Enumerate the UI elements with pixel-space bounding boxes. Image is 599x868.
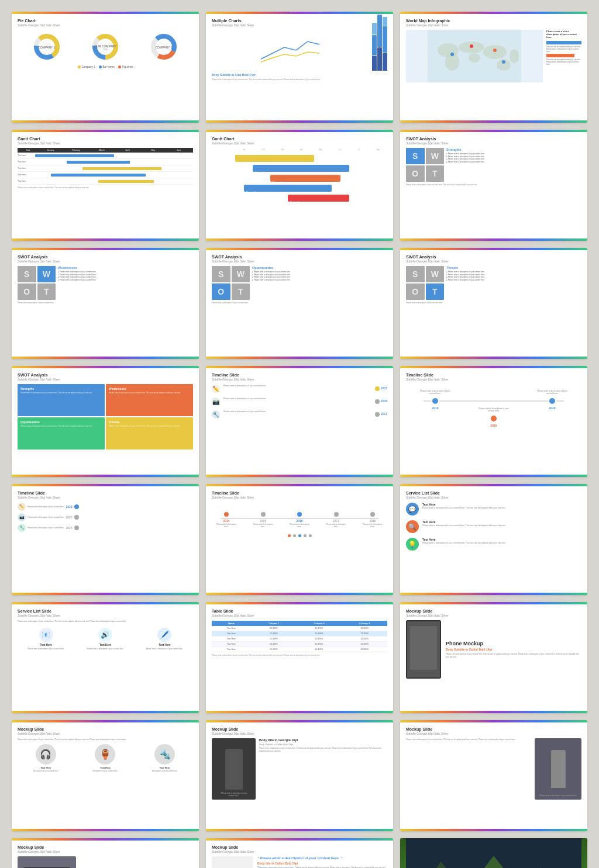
swot5-o-text: Please enter a description of your conte… [20,425,102,428]
slide-footer [206,120,393,123]
slide-subtitle: Subtitle Georgia 16pt Italic Silver [406,378,581,381]
table-cell-3-1: 12.456% [251,637,297,642]
slide-timeline-v1: Timeline Slide Subtitle Georgia 16pt Ita… [206,366,393,477]
slide-subtitle: Subtitle Georgia 16pt Italic Silver [212,496,387,499]
donut-2: OUR COMPANY 73% [90,32,121,62]
legend-dot-2 [99,65,102,68]
swot2-text: Weaknesses ● Please enter a description … [58,266,193,300]
g2-header: Jan [235,148,253,151]
tl-h-node-2: 2015 Please write a description here. [252,511,275,528]
swot-t-cell: T [426,165,445,182]
slide-subtitle: Subtitle Georgia 16pt Italic Silver [406,614,581,617]
table-row-4: Text Here 12.456% 12.456% 12.456% [212,642,387,647]
service-col-3: 🖊️ Text Here Please enter a description … [136,628,193,650]
slide-mockup-3items: Mockup Slide Subtitle Georgia 16pt Itali… [12,720,199,831]
gantt-row-4: Text here [18,172,193,178]
mockup-pr-area: Please enter a description of your conte… [406,738,581,800]
gantt-bar-2 [67,161,130,164]
table-cell-2-2: 12.456% [297,631,342,637]
tl-h-node-dot-5 [369,511,376,518]
svg-text:COMPANY 3: COMPANY 3 [156,46,173,49]
slide-footer [206,829,393,831]
slide-content: SWOT Analysis Subtitle Georgia 16pt Ital… [400,250,587,357]
service-col-2: 🔊 Text Here Please enter a description o… [77,628,133,650]
tl-h-items: 2014 Please write a description here. 20… [215,511,384,528]
slide-subtitle: Subtitle Georgia 16pt Italic Silver [212,260,387,263]
slide-service-icons: Service List Slide Subtitle Georgia 16pt… [12,602,199,713]
table-cell-1-1: 12.456% [251,626,297,631]
gantt-h-jun: June [167,149,191,151]
service-col-icon-3: 🖊️ [157,628,171,642]
slide-content: Mockup Slide Subtitle Georgia 16pt Itali… [12,722,199,829]
table-row-2: Text Here 12.456% 12.456% 12.456% [212,631,387,637]
swot3-desc: Please write a description of your conte… [212,302,387,305]
break-bg: Break Time Please enter a description of… [400,838,587,868]
service-col-desc-2: Please enter a description of your conte… [77,648,133,650]
phone-text-area: Phone Mockup Body Subtitle in Calibri Bo… [446,641,581,658]
slide-footer [400,829,587,831]
table-cell-2-0: Text Here [212,631,251,637]
service-col-name-2: Text Here [77,644,133,646]
timeline-item-3: 🔧 Please write a description of your con… [212,410,387,419]
table-desc: Please write a description of your conte… [212,654,387,657]
timeline-text-2: Please write a description of your conte… [223,397,371,400]
g2-header: Jul [350,148,369,151]
tl-h-area: 2014 Please write a description here. 20… [212,511,387,528]
tl-nav-dot-2 [293,534,296,537]
g2-label-2: Project 2 [253,170,267,175]
tl-desc-2: Please write a description of your conte… [223,397,371,400]
gantt-row-3: Text here [18,165,193,172]
slide-title: Service List Slide [406,491,581,495]
slide-footer [12,711,199,713]
slide-content: Mockup Slide Subtitle Georgia 16pt Itali… [400,604,587,711]
table-header-0: Name [212,621,251,626]
break-scene-svg: Break Time Please enter a description of… [400,838,587,868]
slide-subtitle: Subtitle Georgia 16pt Italic Silver [406,260,581,263]
phone-mockup-title: Phone Mockup [446,641,581,646]
slide-table: Table Slide Subtitle Georgia 16pt Italic… [206,602,393,713]
swot4-bullets: ● Please enter a description of your con… [446,271,581,281]
slide-timeline-v2: Timeline Slide Subtitle Georgia 16pt Ita… [400,366,587,477]
tl-v3-icon-2: 📷 [18,513,26,521]
tl-v3-container: ✏️ Please write a description of your co… [18,503,193,532]
swot5-w-title: Weaknesses [109,387,190,390]
tl-h-node-3: 2016 Please write a description here. [288,511,311,528]
legend-text-1: This text can be replaced with your own … [546,46,581,53]
slide-title: Mockup Slide [212,727,387,731]
g2-header: Aug [369,148,387,151]
world-map-area: Please enter a short description of your… [406,30,581,82]
slide-timeline-h1: Timeline Slide Subtitle Georgia 16pt Ita… [206,484,393,595]
mockup-laptop-area: Please enter a description of your conte… [18,856,193,868]
service-col-icon-2: 🔊 [98,628,112,642]
slide-content: SWOT Analysis Subtitle Georgia 16pt Ital… [12,368,199,475]
gantt-h-may: May [141,149,166,151]
swot3-bullets: ● Please enter a description of your con… [252,271,387,281]
swot-o-cell: O [406,165,425,182]
gantt-label-5: Text here [18,180,35,182]
slide-mockup-product-right: Mockup Slide Subtitle Georgia 16pt Itali… [400,720,587,831]
tl-year-container-2: 2016 [375,397,387,404]
table-cell-4-1: 12.456% [251,642,297,647]
slide-content: Mockup Slide Subtitle Georgia 16pt Itali… [400,722,587,829]
tl-h-mainline [221,518,378,519]
swot3-o: O [212,283,230,300]
slide-content: Timeline Slide Subtitle Georgia 16pt Ita… [206,368,393,475]
tl-h-dot-3 [548,397,556,405]
service-intro: Please write a description of your conte… [18,620,193,623]
mockup3-subdesc-3: Description of your content here. [152,770,177,772]
gantt-bar-area-5 [35,179,193,184]
service-icon-2: 🔍 [406,520,419,533]
donut-1: COMPANY 1 [32,32,62,62]
gantt-table: Task January February March April May Ju… [18,148,193,185]
slide-title: Mockup Slide [212,845,387,849]
phone-mockup-subtitle: Body Subtitle in Calibri Bold 14pt [446,648,581,651]
timeline-text-3: Please write a description of your conte… [223,410,371,413]
legend-bar-2 [546,54,574,57]
service-col-1: 📧 Text Here Please enter a description o… [18,628,74,650]
tl-year-1: 2015 [381,386,387,390]
tl-dot-2 [375,399,380,404]
slide-subtitle: Subtitle Georgia 16pt Italic Silver [406,496,581,499]
legend-label-1: Company 1 [82,65,95,68]
slide-footer [400,120,587,123]
legend-dot-3 [118,65,121,68]
